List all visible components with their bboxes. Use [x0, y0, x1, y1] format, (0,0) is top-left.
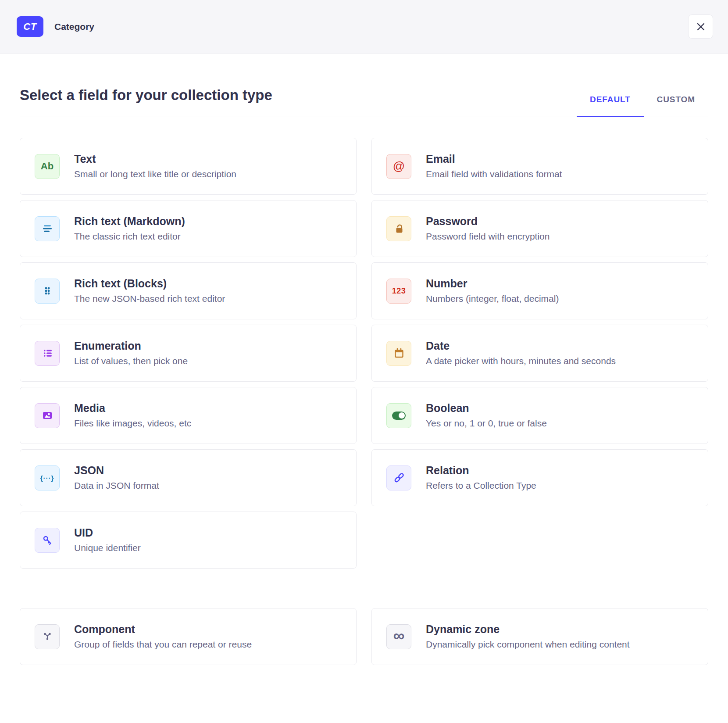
number-icon-glyph: 123 [392, 286, 406, 296]
field-description: Dynamically pick component when editing … [426, 639, 630, 650]
field-description: Group of fields that you can repeat or r… [74, 639, 252, 650]
field-card-content: Rich text (Blocks) The new JSON-based ri… [74, 277, 225, 304]
component-icon [35, 624, 60, 649]
field-name: Boolean [426, 402, 547, 415]
field-card-component[interactable]: Component Group of fields that you can r… [20, 608, 357, 665]
field-card-content: Relation Refers to a Collection Type [426, 464, 536, 491]
tab-default[interactable]: DEFAULT [577, 92, 644, 117]
field-description: List of values, then pick one [74, 355, 188, 367]
field-card-content: Text Small or long text like title or de… [74, 153, 236, 180]
field-card-date[interactable]: Date A date picker with hours, minutes a… [371, 325, 708, 382]
field-card-password[interactable]: Password Password field with encryption [371, 200, 708, 257]
infinity-icon-glyph: ∞ [393, 628, 405, 645]
field-name: JSON [74, 464, 159, 477]
field-name: Text [74, 153, 236, 165]
field-card-content: Dynamic zone Dynamically pick component … [426, 623, 630, 650]
content-type-badge: CT [17, 16, 43, 37]
field-description: The classic rich text editor [74, 231, 185, 242]
enumeration-list-icon [35, 341, 60, 366]
field-name: Relation [426, 464, 536, 477]
field-card-media[interactable]: Media Files like images, videos, etc [20, 387, 357, 444]
field-name: Dynamic zone [426, 623, 630, 636]
field-card-content: UID Unique identifier [74, 526, 141, 554]
email-icon-glyph: @ [393, 160, 405, 173]
field-description: Files like images, videos, etc [74, 418, 191, 429]
relation-link-icon [386, 465, 411, 490]
boolean-toggle-icon [386, 403, 411, 428]
field-description: Unique identifier [74, 542, 141, 554]
field-description: Refers to a Collection Type [426, 480, 536, 491]
uid-key-icon [35, 528, 60, 553]
field-card-content: Email Email field with validations forma… [426, 153, 562, 180]
field-name: Rich text (Markdown) [74, 215, 185, 228]
json-icon-glyph: {···} [40, 474, 54, 482]
field-name: Email [426, 153, 562, 165]
field-name: Number [426, 277, 559, 290]
field-card-number[interactable]: 123 Number Numbers (integer, float, deci… [371, 262, 708, 319]
number-icon: 123 [386, 279, 411, 304]
close-button[interactable] [688, 14, 713, 39]
tab-custom[interactable]: CUSTOM [644, 92, 708, 117]
field-card-text[interactable]: Ab Text Small or long text like title or… [20, 138, 357, 195]
field-card-content: Password Password field with encryption [426, 215, 550, 242]
field-name: Rich text (Blocks) [74, 277, 225, 290]
richtext-markdown-icon [35, 216, 60, 241]
field-description: The new JSON-based rich text editor [74, 293, 225, 304]
page-title: Select a field for your collection type [20, 87, 272, 117]
advanced-fields-grid: Component Group of fields that you can r… [20, 608, 708, 665]
field-card-content: Media Files like images, videos, etc [74, 402, 191, 429]
field-description: Password field with encryption [426, 231, 550, 242]
field-card-content: Number Numbers (integer, float, decimal) [426, 277, 559, 304]
field-card-richtext-markdown[interactable]: Rich text (Markdown) The classic rich te… [20, 200, 357, 257]
password-lock-icon [386, 216, 411, 241]
field-description: Small or long text like title or descrip… [74, 168, 236, 180]
default-fields-grid: Ab Text Small or long text like title or… [20, 138, 708, 569]
field-description: Email field with validations format [426, 168, 562, 180]
modal-header-left: CT Category [17, 16, 94, 37]
field-card-relation[interactable]: Relation Refers to a Collection Type [371, 449, 708, 506]
field-card-content: JSON Data in JSON format [74, 464, 159, 491]
field-card-dynamic-zone[interactable]: ∞ Dynamic zone Dynamically pick componen… [371, 608, 708, 665]
field-card-content: Enumeration List of values, then pick on… [74, 340, 188, 367]
field-description: Numbers (integer, float, decimal) [426, 293, 559, 304]
field-description: Yes or no, 1 or 0, true or false [426, 418, 547, 429]
close-icon [696, 21, 706, 32]
field-name: Component [74, 623, 252, 636]
date-calendar-icon [386, 341, 411, 366]
field-name: Password [426, 215, 550, 228]
field-name: Date [426, 340, 616, 352]
text-icon: Ab [35, 154, 60, 179]
field-card-boolean[interactable]: Boolean Yes or no, 1 or 0, true or false [371, 387, 708, 444]
field-card-content: Date A date picker with hours, minutes a… [426, 340, 616, 367]
field-card-enumeration[interactable]: Enumeration List of values, then pick on… [20, 325, 357, 382]
modal-header: CT Category [0, 0, 728, 54]
email-icon: @ [386, 154, 411, 179]
field-card-json[interactable]: {···} JSON Data in JSON format [20, 449, 357, 506]
richtext-blocks-icon [35, 279, 60, 304]
field-card-content: Rich text (Markdown) The classic rich te… [74, 215, 185, 242]
field-name: UID [74, 526, 141, 539]
title-row: Select a field for your collection type … [20, 87, 708, 117]
text-icon-glyph: Ab [41, 161, 54, 172]
toggle-on-icon [392, 412, 406, 420]
field-card-email[interactable]: @ Email Email field with validations for… [371, 138, 708, 195]
field-card-content: Boolean Yes or no, 1 or 0, true or false [426, 402, 547, 429]
field-card-richtext-blocks[interactable]: Rich text (Blocks) The new JSON-based ri… [20, 262, 357, 319]
field-name: Media [74, 402, 191, 415]
dynamic-zone-icon: ∞ [386, 624, 411, 649]
field-description: A date picker with hours, minutes and se… [426, 355, 616, 367]
media-image-icon [35, 403, 60, 428]
field-description: Data in JSON format [74, 480, 159, 491]
json-braces-icon: {···} [35, 465, 60, 490]
field-card-uid[interactable]: UID Unique identifier [20, 512, 357, 569]
modal-body: Select a field for your collection type … [0, 87, 728, 665]
tab-bar: DEFAULT CUSTOM [577, 92, 708, 117]
field-name: Enumeration [74, 340, 188, 352]
field-card-content: Component Group of fields that you can r… [74, 623, 252, 650]
content-type-name: Category [54, 21, 94, 32]
